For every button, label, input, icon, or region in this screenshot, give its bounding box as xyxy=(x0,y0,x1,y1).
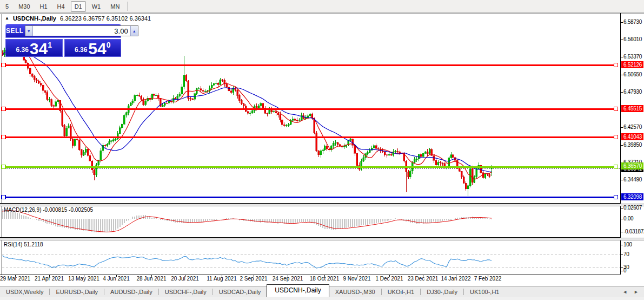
rsi-scale-label: 70 xyxy=(623,251,629,258)
macd-scale-label: 0.02607 xyxy=(623,205,642,211)
price-tick-label: 6.47930 xyxy=(623,89,642,95)
buy-price-point: 0 xyxy=(107,41,111,49)
chart-ohlc-values: 6.36223 6.36757 6.35102 6.36341 xyxy=(60,15,151,22)
date-tick-label: 23 Dec 2021 xyxy=(408,276,439,282)
tab-scroll-left-icon[interactable]: ◄ xyxy=(622,289,627,295)
one-click-trading-panel: SELL ▼ ▲ BUY 6.36 34 1 6.36 54 0 xyxy=(5,24,121,57)
timeframe-button-h1[interactable]: H1 xyxy=(36,1,51,12)
price-tick-label: 6.39850 xyxy=(623,142,642,148)
chart-tab[interactable]: USDCHF-,Daily xyxy=(159,287,213,297)
timeframe-button-d1[interactable]: D1 xyxy=(71,1,86,12)
chart-tab[interactable]: DJ30-,Daily xyxy=(421,287,463,297)
date-tick-label: 20 Jul 2021 xyxy=(171,276,199,282)
chart-title-row: ▲ USDCNH-,Daily 6.36223 6.36757 6.35102 … xyxy=(5,15,151,22)
timeframe-button-mn[interactable]: MN xyxy=(107,1,123,12)
price-level-badge: 6.36570 xyxy=(621,162,643,169)
price-level-badge: 6.45515 xyxy=(621,105,643,112)
date-tick-label: 2 Sep 2021 xyxy=(240,276,267,282)
sell-button[interactable]: SELL xyxy=(6,27,24,35)
price-tick-label: 6.34490 xyxy=(623,177,642,183)
date-tick-label: 29 Mar 2021 xyxy=(0,276,30,282)
buy-price-main: 6.36 xyxy=(75,46,87,54)
volume-input[interactable] xyxy=(33,26,130,36)
price-tick-label: 6.56010 xyxy=(623,36,642,43)
rsi-scale-label: 100 xyxy=(623,242,632,248)
macd-scale-label: 0.00 xyxy=(623,216,633,222)
chart-tab-bar: USDX,WeeklyEURUSD-,DailyAUDUSD-,DailyUSD… xyxy=(0,286,644,297)
chart-tab[interactable]: UK100-,H1 xyxy=(464,287,505,297)
price-level-badge: 6.32098 xyxy=(621,193,643,200)
rsi-value: 51.2118 xyxy=(24,242,43,247)
timeframe-toolbar: 5M30H1H4D1W1MN xyxy=(0,0,644,13)
macd-label: MACD(12,26,9) -0.000815 -0.002505 xyxy=(4,207,93,213)
timeframe-button-h4[interactable]: H4 xyxy=(54,1,69,12)
price-tick-label: 6.58730 xyxy=(623,19,642,25)
price-tick-label: 6.53370 xyxy=(623,54,642,60)
timeframe-button-m30[interactable]: M30 xyxy=(15,1,34,12)
date-tick-label: 18 Oct 2021 xyxy=(310,276,339,282)
price-level-badge: 6.41043 xyxy=(621,133,643,140)
status-strip xyxy=(0,297,644,300)
price-tick-label: 6.42570 xyxy=(623,124,642,131)
date-tick-label: 9 Nov 2021 xyxy=(343,276,370,282)
timeframe-button-5[interactable]: 5 xyxy=(2,1,12,12)
chart-symbol-period: USDCNH-,Daily xyxy=(13,15,56,22)
sell-price-point: 1 xyxy=(48,41,52,49)
timeframe-button-w1[interactable]: W1 xyxy=(88,1,105,12)
volume-decrease-icon[interactable]: ▼ xyxy=(25,26,33,36)
macd-scale-label: -0.031872 xyxy=(623,229,644,235)
date-tick-label: 21 Apr 2021 xyxy=(35,276,64,282)
rsi-title: RSI(14) xyxy=(4,242,22,247)
trade-panel-header: SELL ▼ ▲ BUY xyxy=(5,24,121,38)
chart-tab[interactable]: XAUUSD-,M30 xyxy=(329,287,381,297)
buy-price-pips: 54 xyxy=(88,41,106,56)
rsi-scale-label: 0 xyxy=(623,268,626,274)
date-tick-label: 7 Feb 2022 xyxy=(474,276,502,282)
date-tick-label: 14 Jan 2022 xyxy=(441,276,470,282)
buy-price-button[interactable]: 6.36 54 0 xyxy=(64,39,122,57)
date-tick-label: 11 Aug 2021 xyxy=(207,276,236,282)
macd-values: -0.000815 -0.002505 xyxy=(43,207,93,213)
price-level-badge: 6.52126 xyxy=(621,61,643,68)
chart-tab[interactable]: AUDUSD-,Daily xyxy=(104,287,158,297)
chart-tab[interactable]: UKOil-,H1 xyxy=(382,287,421,297)
sell-price-button[interactable]: 6.36 34 1 xyxy=(5,39,63,57)
tab-scroll-right-icon[interactable]: ► xyxy=(634,289,639,295)
date-tick-label: 24 Sep 2021 xyxy=(273,276,303,282)
tab-scroll-arrows: ◄► xyxy=(622,289,639,295)
sell-price-pips: 34 xyxy=(30,41,48,56)
toolbar-separator xyxy=(127,2,128,11)
chart-tab[interactable]: EURUSD-,Daily xyxy=(50,287,104,297)
date-tick-label: 28 Jun 2021 xyxy=(136,276,166,282)
buy-button[interactable]: BUY xyxy=(140,27,154,35)
chart-tab[interactable]: USDCNH-,Daily xyxy=(267,284,329,297)
date-tick-label: 1 Dec 2021 xyxy=(375,276,403,282)
trade-panel-prices: 6.36 34 1 6.36 54 0 xyxy=(5,39,121,57)
volume-increase-icon[interactable]: ▲ xyxy=(130,26,138,36)
chart-tab[interactable]: USDX,Weekly xyxy=(0,287,49,297)
price-tick-label: 6.50650 xyxy=(623,71,642,78)
macd-title: MACD(12,26,9) xyxy=(4,207,41,213)
volume-stepper: ▼ ▲ xyxy=(25,25,138,36)
date-tick-label: 4 Jun 2021 xyxy=(103,276,130,282)
date-tick-label: 13 May 2021 xyxy=(68,276,99,282)
chart-tab[interactable]: USDCAD-,Daily xyxy=(213,287,267,297)
rsi-label: RSI(14) 51.2118 xyxy=(4,242,43,247)
collapse-icon[interactable]: ▲ xyxy=(5,16,9,21)
sell-price-main: 6.36 xyxy=(16,46,28,54)
